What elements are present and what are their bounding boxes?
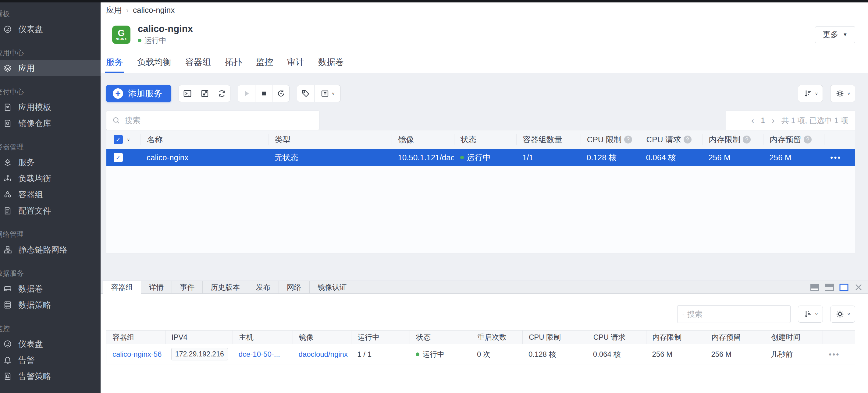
pod-table-settings-button[interactable]: ˅ [830,305,855,323]
terminal-button[interactable] [179,85,196,102]
gear-icon [835,309,844,319]
sidebar-item-static-link-network[interactable]: 静态链路网络 [0,241,100,258]
sidebar-item-volumes[interactable]: 数据卷 [0,281,100,297]
tab-volumes[interactable]: 数据卷 [318,51,344,73]
sidebar-item-label: 应用模板 [18,102,51,113]
server-stack-icon [3,300,12,309]
restart-button[interactable] [272,85,289,102]
sidebar-item-label: 镜像仓库 [18,118,51,129]
chevron-down-icon: ˅ [815,91,818,96]
panel-close-button[interactable] [854,284,863,291]
refresh-button[interactable] [213,85,230,102]
topology-icon [3,245,12,254]
panel-size-medium-button[interactable] [825,284,834,291]
console-button-group [179,85,230,102]
col-type: 类型 [269,134,392,145]
sidebar-item-config-files[interactable]: 配置文件 [0,203,100,219]
tab-topology[interactable]: 拓扑 [225,51,242,73]
host-link[interactable]: dce-10-50-... [239,350,280,359]
panel-tab-details[interactable]: 详情 [141,281,172,293]
pod-table-header: 容器组 IPV4 主机 镜像 运行中 状态 重启次数 CPU 限制 CPU 请求… [106,331,855,344]
caret-down-icon: ▼ [843,32,847,37]
pod-actions-button[interactable]: ••• [823,353,855,356]
breadcrumb-applications-link[interactable]: 应用 [106,5,122,15]
sort-button[interactable]: ˅ [798,85,823,102]
panel-tab-events[interactable]: 事件 [172,281,203,293]
tab-services[interactable]: 服务 [106,51,123,73]
sidebar-item-data-policy[interactable]: 数据策略 [0,297,100,313]
panel-size-small-button[interactable] [839,284,848,291]
sidebar-item-alert-policy[interactable]: 告警策略 [0,368,100,384]
stop-button[interactable] [255,85,272,102]
sidebar-item-alerts[interactable]: 告警 [0,352,100,368]
panel-tab-image-auth[interactable]: 镜像认证 [310,281,355,293]
sort-icon [803,89,812,98]
tag-button[interactable] [297,85,314,102]
sidebar-item-monitor-dashboard[interactable]: 仪表盘 [0,336,100,352]
cell-running: 1 / 1 [351,350,410,359]
help-icon[interactable]: ? [743,136,751,143]
help-icon[interactable]: ? [804,136,812,143]
tab-pods[interactable]: 容器组 [185,51,211,73]
image-link[interactable]: daocloud/nginx [299,350,348,359]
balance-icon [3,174,12,183]
tab-audit[interactable]: 审计 [287,51,304,73]
row-select-cell: ✓ [106,153,141,162]
lifecycle-button-group [238,85,289,102]
sidebar-item-applications[interactable]: 应用 [0,60,100,76]
col-cpu-limit: CPU 限制 [522,331,587,344]
chevron-down-icon: ˅ [847,91,850,96]
chevron-down-icon[interactable]: ˅ [127,137,130,142]
pagination-summary: 共 1 项, 已选中 1 项 [781,116,848,126]
row-checkbox[interactable]: ✓ [114,153,123,162]
panel-tab-history[interactable]: 历史版本 [203,281,248,293]
panel-tab-pods[interactable]: 容器组 [103,281,141,294]
nginx-app-icon: G NGINX [112,26,130,44]
page-next-icon[interactable]: › [772,116,774,126]
service-search-box [106,110,319,130]
sort-icon [803,309,812,319]
col-status: 状态 [454,134,516,145]
sidebar-item-pods[interactable]: 容器组 [0,187,100,203]
scale-button[interactable] [196,85,213,102]
pod-name-link[interactable]: calico-nginx-56 [113,350,161,359]
doc-lines-icon [3,206,12,216]
service-table: ✓ ˅ 名称 类型 镜像 状态 容器组数量 CPU 限制? CPU 请求? 内存… [106,130,855,254]
panel-tab-network[interactable]: 网络 [279,281,310,293]
sidebar-item-app-templates[interactable]: 应用模板 [0,99,100,115]
page-prev-icon[interactable]: ‹ [751,116,754,126]
sidebar-item-label: 静态链路网络 [18,244,68,255]
col-cpu-request: CPU 请求? [640,134,703,145]
cell-name[interactable]: calico-nginx [141,153,269,162]
service-toolbar: + 添加服务 ˅ ˅ [106,85,855,102]
sidebar-item-dashboard[interactable]: 仪表盘 [0,21,100,37]
table-settings-button[interactable]: ˅ [830,85,855,102]
col-running: 运行中 [351,331,410,344]
sidebar-item-services[interactable]: 服务 [0,154,100,170]
add-service-button[interactable]: + 添加服务 [106,85,171,102]
col-created: 创建时间 [765,331,823,344]
cell-cpu-request: 0.064 核 [640,152,703,163]
sidebar-item-load-balancer[interactable]: 负载均衡 [0,170,100,187]
service-search-input[interactable] [125,116,314,125]
panel-tab-release[interactable]: 发布 [248,281,279,293]
more-button[interactable]: 更多 ▼ [815,26,855,43]
breadcrumb-current: calico-nginx [133,5,175,15]
panel-size-large-button[interactable] [810,284,819,291]
pod-table: 容器组 IPV4 主机 镜像 运行中 状态 重启次数 CPU 限制 CPU 请求… [106,330,855,364]
select-all-checkbox[interactable]: ✓ [114,135,123,144]
title-block: calico-nginx 运行中 [138,24,193,45]
row-actions-button[interactable]: ••• [824,156,855,159]
tab-load-balancer[interactable]: 负载均衡 [137,51,171,73]
display-columns-button[interactable]: ˅ [314,85,340,102]
start-button[interactable] [238,85,255,102]
service-row-selected[interactable]: ✓ calico-nginx 无状态 10.50.1.121/daoc 运行中 … [106,149,855,166]
status-dot-icon [138,39,142,42]
pod-sort-button[interactable]: ˅ [798,305,823,323]
sidebar-item-image-registry[interactable]: 镜像仓库 [0,115,100,131]
pod-search-input[interactable] [687,310,785,319]
help-icon[interactable]: ? [684,136,691,143]
help-icon[interactable]: ? [624,136,632,143]
tab-monitoring[interactable]: 监控 [256,51,273,73]
pod-search-box [677,305,790,323]
